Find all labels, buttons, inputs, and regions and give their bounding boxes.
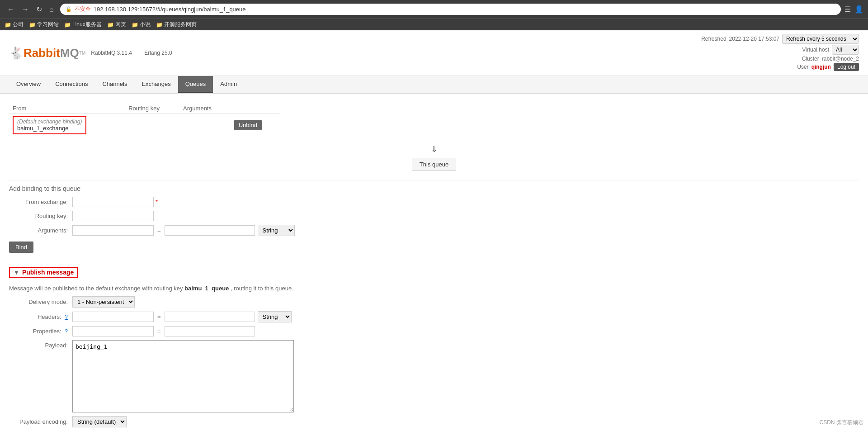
user-label: User [797,64,808,70]
col-from: From [9,103,125,114]
payload-encoding-row: Payload encoding: String (default) Base6… [9,416,859,427]
routing-key-value: baimu_1_queue [184,285,229,292]
account-icon: 👤 [854,5,863,14]
payload-textarea[interactable] [72,340,294,412]
bindings-section: From Routing key Arguments (Default exch… [9,103,859,171]
browser-nav-buttons: ← → ↻ ⌂ [5,4,57,14]
tm-logo-text: TM [79,50,85,55]
folder-icon: 📁 [29,22,36,28]
folder-icon: 📁 [107,22,114,28]
folder-icon: 📁 [132,22,138,28]
headers-row: Headers: ? = String Integer [9,311,859,322]
arguments-key-input[interactable] [72,225,154,236]
user-link[interactable]: qingjun [811,64,831,70]
publish-section-header[interactable]: ▼ Publish message [9,267,78,278]
nav-exchanges[interactable]: Exchanges [134,76,178,93]
headers-help-icon[interactable]: ? [65,314,68,320]
this-queue-container: This queue [9,158,859,171]
extensions-icon: ☰ [844,5,851,14]
refreshed-time: 2022-12-20 17:53:07 [729,36,779,42]
bookmark-web[interactable]: 📁 网页 [107,21,126,28]
refresh-select[interactable]: Refresh every 5 seconds Refresh every 10… [782,34,859,44]
vhost-row: Virtual host All [701,45,859,55]
exchange-cell: (Default exchange binding) baimu_1_excha… [9,114,125,137]
headers-key-input[interactable] [72,312,154,322]
nav-queues[interactable]: Queues [178,76,213,93]
from-exchange-row: From exchange: * [9,197,859,207]
bookmark-label: 网页 [115,21,126,28]
main-content: From Routing key Arguments (Default exch… [0,94,868,431]
routing-key-input[interactable] [72,211,154,221]
nav-overview[interactable]: Overview [9,76,48,93]
unbind-button[interactable]: Unbind [234,120,262,130]
exchange-box: (Default exchange binding) baimu_1_excha… [13,116,86,134]
bookmark-label: 公司 [13,21,24,28]
bookmark-opensource[interactable]: 📁 开源服务网页 [156,21,197,28]
arguments-value-input[interactable] [165,225,255,236]
delivery-mode-row: Delivery mode: 1 - Non-persistent 2 - Pe… [9,296,859,308]
bookmark-linux[interactable]: 📁 Linux服务器 [64,21,102,28]
header-right: Refreshed 2022-12-20 17:53:07 Refresh ev… [701,34,859,72]
bind-button-row: Bind [9,240,859,253]
col-arguments: Arguments [179,103,231,114]
bind-button[interactable]: Bind [9,242,33,253]
delivery-mode-select[interactable]: 1 - Non-persistent 2 - Persistent [72,296,135,308]
action-cell: Unbind [231,114,280,137]
publish-section-title: Publish message [22,269,74,276]
forward-button[interactable]: → [19,4,32,14]
nav-admin[interactable]: Admin [213,76,244,93]
cluster-label: Cluster [802,56,819,62]
bookmark-label: 开源服务网页 [164,21,197,28]
properties-help-icon[interactable]: ? [65,328,68,335]
version-info: RabbitMQ 3.11.4 Erlang 25.0 [91,50,177,56]
home-button[interactable]: ⌂ [47,4,57,14]
exchange-value: baimu_1_exchange [17,125,82,132]
address-bar[interactable]: 🔓 不安全 192.168.130.129:15672/#/queues/qin… [60,4,841,15]
properties-row: Properties: ? = [9,326,859,336]
refresh-row: Refreshed 2022-12-20 17:53:07 Refresh ev… [701,34,859,44]
arguments-type-select[interactable]: String Integer Boolean [258,225,295,236]
back-button[interactable]: ← [5,4,17,14]
bookmark-company[interactable]: 📁 公司 [5,21,24,28]
bookmark-label: 学习网站 [37,21,59,28]
arguments-cell [179,114,231,137]
col-routing-key: Routing key [125,103,179,114]
bookmarks-bar: 📁 公司 📁 学习网站 📁 Linux服务器 📁 网页 📁 小说 📁 开源服务网… [0,19,868,30]
properties-label-text: Properties: [33,328,61,335]
nav-connections[interactable]: Connections [48,76,95,93]
nav-channels[interactable]: Channels [95,76,134,93]
add-binding-section: Add binding to this queue From exchange:… [9,180,859,253]
from-exchange-input[interactable] [72,197,154,207]
properties-key-input[interactable] [72,326,154,336]
bookmark-study[interactable]: 📁 学习网站 [29,21,59,28]
lock-icon: 🔓 [66,6,72,12]
headers-label: Headers: ? [9,313,72,320]
rabbitmq-version: RabbitMQ 3.11.4 [91,50,132,56]
publish-info-row: Message will be published to the default… [9,285,859,292]
cluster-row: Cluster rabbit@node_2 [701,56,859,62]
address-warning: 不安全 [75,5,91,13]
reload-button[interactable]: ↻ [33,4,45,14]
bookmark-label: Linux服务器 [72,21,102,28]
bookmark-novel[interactable]: 📁 小说 [132,21,151,28]
payload-encoding-select[interactable]: String (default) Base64 [72,416,127,427]
headers-type-select[interactable]: String Integer [258,311,292,322]
vhost-select[interactable]: All [832,45,859,55]
from-exchange-label: From exchange: [9,199,72,205]
browser-chrome: ← → ↻ ⌂ 🔓 不安全 192.168.130.129:15672/#/qu… [0,0,868,19]
properties-value-input[interactable] [165,326,255,336]
properties-label: Properties: ? [9,328,72,335]
publish-info: Message will be published to the default… [9,285,293,292]
publish-section: ▼ Publish message Message will be publis… [9,262,859,431]
bindings-table: From Routing key Arguments (Default exch… [9,103,280,136]
required-indicator: * [156,199,158,205]
headers-value-input[interactable] [165,312,255,322]
folder-icon: 📁 [5,22,11,28]
main-nav: Overview Connections Channels Exchanges … [0,76,868,94]
folder-icon: 📁 [156,22,163,28]
logout-button[interactable]: Log out [834,63,859,71]
payload-label: Payload: [9,340,72,349]
publish-info-text: Message will be published to the default… [9,285,183,292]
arguments-label: Arguments: [9,227,72,234]
toggle-icon: ▼ [14,269,19,276]
